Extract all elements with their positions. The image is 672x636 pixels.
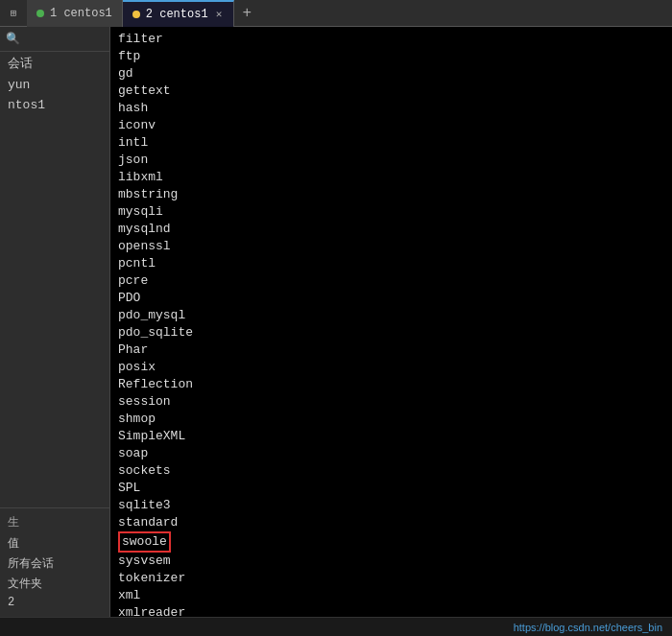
terminal-line: session: [118, 393, 664, 411]
terminal-line: SPL: [118, 480, 664, 497]
tab-dot-green: [36, 10, 44, 17]
sidebar-item-ntos1[interactable]: ntos1: [0, 95, 109, 115]
terminal-line: tokenizer: [118, 570, 664, 587]
highlighted-terminal-line: swoole: [118, 531, 171, 553]
sidebar-bottom-item-0: 值: [8, 533, 102, 554]
terminal-line: ftp: [118, 48, 664, 65]
terminal[interactable]: filterftpgdgettexthashiconvintljsonlibxm…: [110, 27, 672, 617]
terminal-line: hash: [118, 100, 664, 117]
terminal-line: PDO: [118, 290, 664, 307]
tab-add-button[interactable]: +: [234, 1, 259, 26]
tab-centos1-2[interactable]: 2 centos1 ✕: [123, 0, 234, 27]
terminal-line: SimpleXML: [118, 428, 664, 445]
terminal-line: soap: [118, 445, 664, 462]
sidebar-items: 会话 yun ntos1: [0, 52, 109, 507]
footer: https://blog.csdn.net/cheers_bin: [0, 617, 672, 636]
sidebar-search[interactable]: 🔍: [0, 27, 109, 52]
terminal-line: mysqlnd: [118, 221, 664, 238]
tab-pin-button[interactable]: ⊞: [0, 0, 27, 27]
tab-centos1-1[interactable]: 1 centos1: [27, 0, 123, 27]
tab-dot-yellow: [132, 11, 140, 18]
tab-bar: ⊞ 1 centos1 2 centos1 ✕ +: [0, 0, 672, 27]
sidebar-bottom-label: 生: [8, 514, 102, 530]
terminal-line: posix: [118, 359, 664, 376]
terminal-line: xmlreader: [118, 604, 664, 617]
terminal-line: shmop: [118, 411, 664, 428]
terminal-line: gd: [118, 65, 664, 82]
sidebar-item-session[interactable]: 会话: [0, 52, 109, 75]
sidebar: 🔍 会话 yun ntos1 生 值 所有会话 文件夹 2: [0, 27, 110, 617]
terminal-line: Phar: [118, 342, 664, 359]
sidebar-item-yun[interactable]: yun: [0, 75, 109, 95]
terminal-line: sqlite3: [118, 497, 664, 514]
terminal-line: pdo_sqlite: [118, 324, 664, 342]
terminal-line: gettext: [118, 82, 664, 100]
sidebar-bottom: 生 值 所有会话 文件夹 2: [0, 507, 109, 617]
main-layout: 🔍 会话 yun ntos1 生 值 所有会话 文件夹 2 filterftpg…: [0, 27, 672, 617]
terminal-line: mbstring: [118, 186, 664, 203]
tab-close-button[interactable]: ✕: [214, 8, 225, 20]
sidebar-bottom-item-3: 2: [8, 594, 102, 611]
terminal-line: pcntl: [118, 255, 664, 272]
terminal-line: standard: [118, 514, 664, 531]
terminal-line: Reflection: [118, 376, 664, 393]
terminal-line: sockets: [118, 462, 664, 480]
search-icon: 🔍: [6, 32, 20, 46]
terminal-line: sysvsem: [118, 553, 664, 570]
terminal-line: pdo_mysql: [118, 307, 664, 324]
sidebar-bottom-item-1: 所有会话: [8, 554, 102, 574]
tab-label-2: 2 centos1: [146, 8, 208, 21]
terminal-line: swoole: [118, 531, 664, 553]
terminal-line: pcre: [118, 272, 664, 290]
search-input[interactable]: [24, 33, 104, 46]
terminal-line: mysqli: [118, 203, 664, 221]
terminal-line: iconv: [118, 117, 664, 134]
terminal-line: libxml: [118, 169, 664, 186]
sidebar-bottom-item-2: 文件夹: [8, 574, 102, 594]
tab-label-1: 1 centos1: [50, 7, 112, 20]
terminal-line: xml: [118, 587, 664, 604]
terminal-line: json: [118, 152, 664, 169]
terminal-line: openssl: [118, 238, 664, 255]
terminal-line: filter: [118, 31, 664, 48]
terminal-line: intl: [118, 134, 664, 152]
footer-url: https://blog.csdn.net/cheers_bin: [514, 622, 662, 633]
